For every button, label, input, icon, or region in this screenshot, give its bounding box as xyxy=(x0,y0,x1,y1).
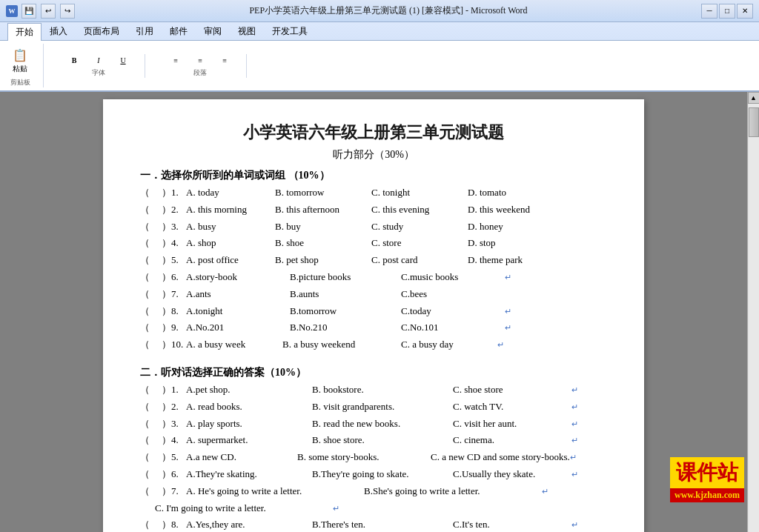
align-left-btn[interactable]: ≡ xyxy=(165,54,187,67)
q-paren-close: ） xyxy=(162,219,171,235)
underline-btn[interactable]: U xyxy=(112,54,134,67)
scrollbar-vertical[interactable]: ▲ ▼ xyxy=(747,92,759,532)
q-paren-open: （ xyxy=(140,337,150,353)
q-opt-b: B.picture books xyxy=(290,270,401,285)
redo-btn[interactable]: ↪ xyxy=(60,4,75,19)
doc-subtitle: 听力部分（30%） xyxy=(140,148,607,162)
q-paren-open: （ xyxy=(140,399,150,415)
bold-btn[interactable]: B xyxy=(63,54,85,67)
document-area: 小学英语六年级上册第三单元测试题 听力部分（30%） 一．选择你所听到的单词或词… xyxy=(0,92,759,532)
q-num: 7. xyxy=(171,484,186,499)
tab-layout[interactable]: 页面布局 xyxy=(76,22,127,40)
doc-title: 小学英语六年级上册第三单元测试题 xyxy=(140,122,607,144)
q-num: 1. xyxy=(171,382,186,398)
return-mark7: ↵ xyxy=(571,418,578,431)
q-num: 3. xyxy=(171,219,186,235)
q-opt-a: A. He's going to write a letter. xyxy=(186,484,364,499)
document-scroll: 小学英语六年级上册第三单元测试题 听力部分（30%） 一．选择你所听到的单词或词… xyxy=(0,92,747,532)
q-paren-open: （ xyxy=(140,185,150,201)
q-opt-c: C. post card xyxy=(371,253,468,268)
q-opt-c: C. tonight xyxy=(371,185,468,201)
q-paren-open: （ xyxy=(140,467,150,482)
q-num: 2. xyxy=(171,202,186,218)
q-opt-a: A.pet shop. xyxy=(186,382,312,398)
q-opt-b: B. tomorrow xyxy=(275,185,371,201)
watermark: 课件站 www.kjzhan.com xyxy=(670,457,744,502)
align-right-btn[interactable]: ≡ xyxy=(213,54,236,67)
q-paren-close: ） xyxy=(162,253,171,268)
table-row: （ ） 2. A. this morning B. this afternoon… xyxy=(140,202,607,218)
q-opt-a: A. read books. xyxy=(186,399,312,415)
q-paren-open: （ xyxy=(140,219,150,235)
q-opt-c: C.bees xyxy=(401,287,505,302)
q-num: 4. xyxy=(171,433,186,448)
q-paren-close: ） xyxy=(162,416,171,432)
undo-btn[interactable]: ↩ xyxy=(41,4,56,19)
para-group: ≡ ≡ ≡ 段落 xyxy=(165,54,247,78)
q-opt-c: C. this evening xyxy=(371,202,468,218)
scroll-track xyxy=(749,104,759,532)
italic-btn[interactable]: I xyxy=(87,54,110,67)
scroll-thumb[interactable] xyxy=(749,107,759,137)
q-paren-open: （ xyxy=(140,416,150,432)
q-opt-b: B. shoe xyxy=(275,236,371,251)
ribbon-content: 📋粘贴 剪贴板 B I U 字体 ≡ ≡ ≡ 段落 xyxy=(0,40,759,90)
q-opt-a: A.Yes,they are. xyxy=(186,517,312,532)
q-paren-open: （ xyxy=(140,304,150,319)
q-opt-b: B. this afternoon xyxy=(275,202,371,218)
table-row: （ ） 10. A. a busy week B. a busy weekend… xyxy=(140,337,607,353)
table-row: （ ） 4. A. supermarket. B. shoe store. C.… xyxy=(140,433,607,448)
minimize-btn[interactable]: ─ xyxy=(701,4,717,19)
q-opt-a: A. a busy week xyxy=(186,337,282,353)
q-opt-c: C. cinema. xyxy=(453,433,571,448)
title-bar-left: W 💾 ↩ ↪ xyxy=(6,4,76,19)
q-num: 5. xyxy=(171,450,186,465)
tab-mail[interactable]: 邮件 xyxy=(162,22,196,40)
q-opt-a: A. busy xyxy=(186,219,275,235)
ribbon: 开始 插入 页面布局 引用 邮件 审阅 视图 开发工具 📋粘贴 剪贴板 B I … xyxy=(0,22,759,92)
q-opt-b: B.She's going to write a letter. xyxy=(364,484,542,499)
tab-ref[interactable]: 引用 xyxy=(127,22,162,40)
q-paren-close: ） xyxy=(162,287,171,302)
return-mark13: ↵ xyxy=(571,519,578,532)
tab-start[interactable]: 开始 xyxy=(7,23,42,41)
q-num: 4. xyxy=(171,236,186,251)
q-opt-b: B.No.210 xyxy=(290,320,401,336)
tab-dev[interactable]: 开发工具 xyxy=(264,22,316,40)
table-row: （ ） 8. A.Yes,they are. B.There's ten. C.… xyxy=(140,517,607,532)
maximize-btn[interactable]: □ xyxy=(719,4,735,19)
q-paren-open: （ xyxy=(140,517,150,532)
paste-btn[interactable]: 📋粘贴 xyxy=(7,44,33,76)
table-row: （ ） 6. A.They're skating. B.They're goin… xyxy=(140,467,607,482)
q-paren-close: ） xyxy=(162,450,171,465)
q-paren-open: （ xyxy=(140,270,150,285)
document-page: 小学英语六年级上册第三单元测试题 听力部分（30%） 一．选择你所听到的单词或词… xyxy=(103,99,644,532)
window-controls: ─ □ ✕ xyxy=(701,4,753,19)
q-num: 6. xyxy=(171,467,186,482)
q-opt-b: B. bookstore. xyxy=(312,382,453,398)
q-opt-c: C. I'm going to write a letter. xyxy=(155,501,333,516)
close-btn[interactable]: ✕ xyxy=(737,4,753,19)
q-paren-close: ） xyxy=(162,399,171,415)
q-num: 5. xyxy=(171,253,186,268)
scroll-up-btn[interactable]: ▲ xyxy=(748,92,760,104)
q-opt-a: A. shop xyxy=(186,236,275,251)
tab-view[interactable]: 视图 xyxy=(230,22,264,40)
q-paren-close: ） xyxy=(162,382,171,398)
save-quick-btn[interactable]: 💾 xyxy=(21,4,36,19)
q-opt-c: C. a busy day xyxy=(401,337,497,353)
q-num: 7. xyxy=(171,287,186,302)
tab-insert[interactable]: 插入 xyxy=(42,22,76,40)
q-paren-open: （ xyxy=(140,433,150,448)
tab-review[interactable]: 审阅 xyxy=(196,22,230,40)
align-center-btn[interactable]: ≡ xyxy=(189,54,211,67)
q-opt-c: C. watch TV. xyxy=(453,399,571,415)
q-opt-b: B.There's ten. xyxy=(312,517,453,532)
table-row: （ ） 8. A.tonight B.tomorrow C.today ↵ xyxy=(140,304,607,319)
q-opt-a: A.tonight xyxy=(186,304,290,319)
q-opt-a: A. supermarket. xyxy=(186,433,312,448)
q-opt-c: C. shoe store xyxy=(453,382,571,398)
q-paren-open: （ xyxy=(140,287,150,302)
q-opt-b: B. some story-books. xyxy=(297,450,431,465)
table-row: （ ） 7. A.ants B.aunts C.bees xyxy=(140,287,607,302)
